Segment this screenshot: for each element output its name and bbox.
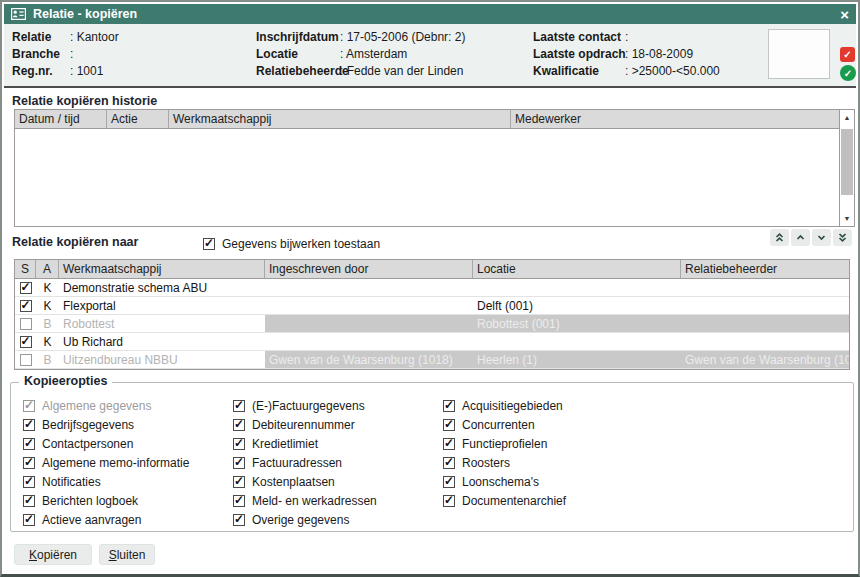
table-row[interactable]: B Uitzendbureau NBBU Gwen van de Waarsen… [15,351,849,369]
table-row[interactable]: B Robottest Robottest (001) [15,315,849,333]
option-item[interactable]: ✓Factuuradressen [233,453,377,472]
options-column-1: ✓Algemene gegevens ✓Bedrijfsgegevens ✓Co… [23,396,189,529]
column-header-werkmaatschappij: Werkmaatschappij [169,110,511,128]
option-checkbox[interactable]: ✓ [233,400,245,412]
option-checkbox[interactable]: ✓ [23,457,35,469]
copy-to-table-header: S A Werkmaatschappij Ingeschreven door L… [15,260,849,279]
field-value: : >25000-<50.000 [625,63,720,80]
option-checkbox[interactable]: ✓ [23,438,35,450]
option-checkbox[interactable]: ✓ [233,419,245,431]
update-allowed-option[interactable]: ✓ Gegevens bijwerken toestaan [203,237,380,251]
history-section-title: Relatie kopiëren historie [12,94,157,108]
table-row[interactable]: ✓ K Ub Richard [15,333,849,351]
option-item[interactable]: ✓Roosters [443,453,566,472]
title-bar: Relatie - kopiëren × [4,4,856,24]
close-button[interactable]: Sluiten [99,544,155,565]
copy-to-section-title: Relatie kopiëren naar [12,235,138,249]
scroll-down-icon[interactable]: ▼ [840,211,854,226]
option-item[interactable]: ✓Bedrijfsgegevens [23,415,189,434]
option-item[interactable]: ✓Kredietlimiet [233,434,377,453]
option-checkbox[interactable]: ✓ [233,438,245,450]
option-label: Overige gegevens [252,513,349,527]
option-item[interactable]: ✓Concurrenten [443,415,566,434]
scrollbar-thumb[interactable] [841,129,853,195]
option-checkbox[interactable]: ✓ [23,514,35,526]
option-item[interactable]: ✓Meld- en werkadressen [233,491,377,510]
option-label: Concurrenten [462,418,535,432]
option-label: Roosters [462,456,510,470]
green-check-icon: ✓ [840,65,856,81]
option-checkbox[interactable]: ✓ [23,419,35,431]
option-item[interactable]: ✓Algemene memo-informatie [23,453,189,472]
contact-card-icon [11,8,26,20]
option-item[interactable]: ✓Acquisitiegebieden [443,396,566,415]
option-label: Algemene gegevens [42,399,151,413]
copy-button[interactable]: Kopiëren [14,544,92,565]
field-value: : Fedde van der Linden [340,63,463,80]
option-item[interactable]: ✓Debiteurennummer [233,415,377,434]
row-ingeschreven-door [265,315,473,332]
option-checkbox[interactable]: ✓ [233,514,245,526]
option-checkbox[interactable]: ✓ [233,457,245,469]
field-label: Laatste contact [533,29,625,46]
option-checkbox[interactable]: ✓ [443,419,455,431]
row-relatiebeheerder [681,279,849,296]
move-top-button[interactable] [770,229,789,246]
option-checkbox[interactable]: ✓ [233,495,245,507]
option-checkbox[interactable]: ✓ [23,476,35,488]
header-field: Branche: [12,46,119,63]
info-column-1: Relatie: Kantoor Branche: Reg.nr.: 1001 [12,29,119,80]
option-checkbox[interactable]: ✓ [443,476,455,488]
options-column-2: ✓(E-)Factuurgegevens ✓Debiteurennummer ✓… [233,396,377,529]
column-header-ingeschreven-door: Ingeschreven door [265,260,473,278]
close-icon[interactable]: × [840,7,849,22]
scrollbar-track[interactable] [840,125,854,211]
copy-to-table: S A Werkmaatschappij Ingeschreven door L… [14,259,850,370]
row-select-checkbox[interactable]: ✓ [20,300,32,312]
row-select-checkbox[interactable]: ✓ [20,336,32,348]
row-select-checkbox[interactable]: ✓ [20,282,32,294]
option-item[interactable]: ✓Contactpersonen [23,434,189,453]
option-checkbox[interactable]: ✓ [23,495,35,507]
table-row[interactable]: ✓ K Flexportal Delft (001) [15,297,849,315]
option-item[interactable]: ✓Documentenarchief [443,491,566,510]
move-up-button[interactable] [791,229,810,246]
option-checkbox[interactable]: ✓ [443,400,455,412]
history-scrollbar[interactable]: ▲ ▼ [839,110,854,226]
update-allowed-label: Gegevens bijwerken toestaan [222,237,380,251]
option-label: Berichten logboek [42,494,138,508]
row-locatie: Robottest (001) [473,315,681,332]
update-allowed-checkbox[interactable]: ✓ [203,238,215,250]
option-label: Acquisitiegebieden [462,399,563,413]
row-ingeschreven-door [265,333,473,350]
option-checkbox[interactable]: ✓ [233,476,245,488]
option-item[interactable]: ✓Functieprofielen [443,434,566,453]
row-werkmaatschappij: Uitzendbureau NBBU [59,351,265,368]
option-checkbox[interactable]: ✓ [443,495,455,507]
option-label: Notificaties [42,475,101,489]
option-label: Bedrijfsgegevens [42,418,134,432]
header-field: Locatie: Amsterdam [256,46,465,63]
option-item[interactable]: ✓Loonschema's [443,472,566,491]
row-select-checkbox[interactable] [20,318,32,330]
option-item[interactable]: ✓Actieve aanvragen [23,510,189,529]
option-item[interactable]: ✓Berichten logboek [23,491,189,510]
option-item[interactable]: ✓Kostenplaatsen [233,472,377,491]
row-locatie [473,333,681,350]
move-bottom-button[interactable] [833,229,852,246]
option-item[interactable]: ✓Notificaties [23,472,189,491]
option-label: Functieprofielen [462,437,547,451]
move-down-button[interactable] [812,229,831,246]
field-label: Inschrijfdatum [256,29,340,46]
option-checkbox[interactable]: ✓ [443,438,455,450]
option-checkbox[interactable]: ✓ [443,457,455,469]
row-werkmaatschappij: Ub Richard [59,333,265,350]
column-header-werkmaatschappij: Werkmaatschappij [59,260,265,278]
scroll-up-icon[interactable]: ▲ [840,110,854,125]
table-row[interactable]: ✓ K Demonstratie schema ABU [15,279,849,297]
row-select-checkbox[interactable] [20,354,32,366]
option-item[interactable]: ✓Algemene gegevens [23,396,189,415]
option-item[interactable]: ✓Overige gegevens [233,510,377,529]
option-item[interactable]: ✓(E-)Factuurgegevens [233,396,377,415]
option-checkbox[interactable]: ✓ [23,400,35,412]
